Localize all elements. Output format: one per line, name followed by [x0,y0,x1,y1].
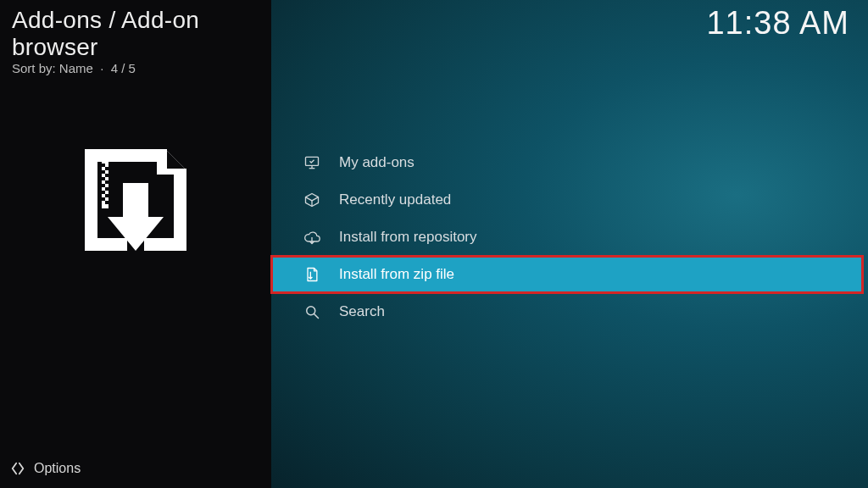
svg-rect-12 [105,201,108,204]
menu-item-my-addons[interactable]: My add-ons [271,144,868,181]
svg-rect-9 [102,191,105,194]
sort-sep: · [97,61,111,75]
options-arrows-icon [10,461,25,476]
zip-icon [303,266,320,283]
svg-rect-10 [105,194,108,197]
options-button[interactable]: Options [10,461,81,476]
sidebar: Add-ons / Add-on browser Sort by: Name ·… [0,0,271,488]
menu-item-label: Install from repository [339,229,477,246]
main-pane: 11:38 AM My add-ons Recently updated [271,0,868,488]
svg-rect-1 [102,164,105,167]
svg-rect-3 [102,170,105,174]
clock: 11:38 AM [706,5,849,42]
cloud-icon [303,229,320,246]
menu-item-install-repository[interactable]: Install from repository [271,219,868,256]
app-root: Add-ons / Add-on browser Sort by: Name ·… [0,0,868,488]
svg-line-20 [314,314,319,319]
svg-rect-4 [105,174,108,177]
svg-rect-7 [102,184,105,187]
menu-item-label: Search [339,303,385,320]
menu-item-search[interactable]: Search [271,293,868,330]
search-icon [303,303,320,320]
header: Add-ons / Add-on browser Sort by: Name ·… [0,0,271,77]
monitor-icon [303,154,320,171]
sort-line[interactable]: Sort by: Name · 4 / 5 [12,61,259,75]
sort-prefix: Sort by: [12,61,56,75]
menu-item-label: Install from zip file [339,266,454,283]
menu-item-recently-updated[interactable]: Recently updated [271,181,868,219]
menu-item-install-zip[interactable]: Install from zip file [271,256,863,293]
breadcrumb: Add-ons / Add-on browser [12,7,259,61]
box-icon [303,191,320,208]
svg-rect-8 [105,187,108,191]
sort-value: Name [59,61,93,75]
svg-rect-2 [105,167,108,170]
preview-pane [0,145,271,255]
options-label: Options [34,461,81,476]
svg-rect-5 [102,177,105,180]
menu-item-label: My add-ons [339,154,415,171]
zip-file-download-icon [76,145,195,255]
svg-rect-11 [102,197,105,201]
svg-rect-6 [105,180,108,184]
list-position: 4 / 5 [111,61,136,75]
addon-menu: My add-ons Recently updated Install from… [271,144,868,330]
menu-item-label: Recently updated [339,191,451,208]
